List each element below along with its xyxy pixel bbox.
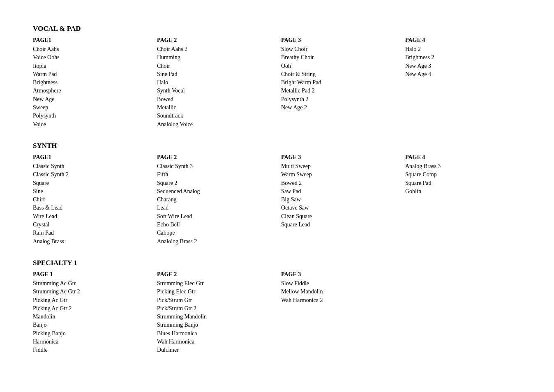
list-item: Brightness 2 <box>405 53 521 62</box>
list-item: New Age 4 <box>405 70 521 78</box>
list-item: Humming <box>157 53 273 62</box>
list-item: Mandolin <box>33 313 149 321</box>
list-item: Rain Pad <box>33 229 149 237</box>
list-item: Choir <box>157 62 273 70</box>
list-item: Polysynth <box>33 112 149 120</box>
list-item: Caliope <box>157 229 273 237</box>
list-item: Metallic Pad 2 <box>281 87 397 95</box>
list-item: Saw Pad <box>281 187 397 196</box>
list-item: Square Lead <box>281 221 397 229</box>
list-item: Slow Fiddle <box>281 279 397 288</box>
column-vocal-pad-3: PAGE 4Halo 2Brightness 2New Age 3New Age… <box>405 34 521 129</box>
page-label-vocal-pad-3: PAGE 4 <box>405 37 521 44</box>
list-item: Clean Square <box>281 212 397 221</box>
list-item: Polysynth 2 <box>281 95 397 104</box>
list-item: Sweep <box>33 104 149 112</box>
list-item: Picking Ac Gtr <box>33 296 149 304</box>
list-item: Wah Harmonica <box>157 338 273 346</box>
list-item: Sine <box>33 187 149 196</box>
list-item: Octave Saw <box>281 204 397 212</box>
page-label-specialty1-0: PAGE 1 <box>33 271 149 278</box>
list-item: Big Saw <box>281 196 397 204</box>
list-item: Atmosphere <box>33 87 149 95</box>
page-content: VOCAL & PADPAGE1Choir AahsVoice OohsItop… <box>0 0 554 392</box>
list-item: Ooh <box>281 62 397 70</box>
section-vocal-pad: VOCAL & PADPAGE1Choir AahsVoice OohsItop… <box>33 25 521 129</box>
list-item: Metallic <box>157 104 273 112</box>
list-item: Square Pad <box>405 179 521 187</box>
list-item: Sine Pad <box>157 70 273 78</box>
list-item: Voice <box>33 120 149 129</box>
column-specialty1-0: PAGE 1Strumming Ac GtrStrumming Ac Gtr 2… <box>33 268 149 355</box>
list-item: Fifth <box>157 171 273 179</box>
section-grid-specialty1: PAGE 1Strumming Ac GtrStrumming Ac Gtr 2… <box>33 268 521 355</box>
list-item: Strumming Ac Gtr <box>33 279 149 288</box>
list-item: Sequenced Analog <box>157 187 273 196</box>
section-title-vocal-pad: VOCAL & PAD <box>33 25 521 33</box>
list-item: Wire Lead <box>33 212 149 221</box>
list-item: Bowed 2 <box>281 179 397 187</box>
page-label-vocal-pad-0: PAGE1 <box>33 37 149 44</box>
column-vocal-pad-2: PAGE 3Slow ChoirBreathy ChoirOohChoir & … <box>281 34 397 129</box>
column-specialty1-2: PAGE 3Slow FiddleMellow MandolinWah Harm… <box>281 268 397 355</box>
list-item: Halo 2 <box>405 45 521 53</box>
column-synth-0: PAGE1Classic SynthClassic Synth 2SquareS… <box>33 151 149 246</box>
list-item: Breathy Choir <box>281 53 397 62</box>
page-label-synth-0: PAGE1 <box>33 154 149 161</box>
page-label-synth-3: PAGE 4 <box>405 154 521 161</box>
list-item: Strumming Banjo <box>157 321 273 329</box>
column-synth-3: PAGE 4Analog Brass 3Square CompSquare Pa… <box>405 151 521 246</box>
list-item: Synth Vocal <box>157 87 273 95</box>
list-item: Echo Bell <box>157 221 273 229</box>
list-item: Classic Synth 2 <box>33 171 149 179</box>
column-vocal-pad-1: PAGE 2Choir Aahs 2HummingChoirSine PadHa… <box>157 34 273 129</box>
list-item: Soft Wire Lead <box>157 212 273 221</box>
column-synth-1: PAGE 2Classic Synth 3FifthSquare 2Sequen… <box>157 151 273 246</box>
section-synth: SYNTHPAGE1Classic SynthClassic Synth 2Sq… <box>33 142 521 246</box>
page-label-synth-1: PAGE 2 <box>157 154 273 161</box>
section-title-synth: SYNTH <box>33 142 521 150</box>
list-item: Strumming Elec Gtr <box>157 279 273 288</box>
list-item: Picking Ac Gtr 2 <box>33 304 149 313</box>
list-item: Banjo <box>33 321 149 329</box>
list-item: Bowed <box>157 95 273 104</box>
list-item: Pick/Strum Gtr 2 <box>157 304 273 313</box>
list-item: Choir & String <box>281 70 397 78</box>
list-item: Wah Harmonica 2 <box>281 296 397 304</box>
section-grid-synth: PAGE1Classic SynthClassic Synth 2SquareS… <box>33 151 521 246</box>
list-item: Bright Warm Pad <box>281 78 397 87</box>
list-item: Brightness <box>33 78 149 87</box>
list-item: New Age <box>33 95 149 104</box>
list-item: Square <box>33 179 149 187</box>
list-item: Analog Brass <box>33 238 149 246</box>
section-specialty1: SPECIALTY 1PAGE 1Strumming Ac GtrStrummi… <box>33 259 521 355</box>
list-item: New Age 2 <box>281 104 397 112</box>
list-item: Analolog Brass 2 <box>157 238 273 246</box>
list-item: Picking Elec Gtr <box>157 288 273 296</box>
list-item: Square Comp <box>405 171 521 179</box>
section-grid-vocal-pad: PAGE1Choir AahsVoice OohsItopiaWarm PadB… <box>33 34 521 129</box>
footer: Appendice P. 147 <box>0 389 554 392</box>
list-item: Strumming Ac Gtr 2 <box>33 288 149 296</box>
list-item: Itopia <box>33 62 149 70</box>
list-item: Analolog Voice <box>157 120 273 129</box>
list-item: Slow Choir <box>281 45 397 53</box>
list-item: New Age 3 <box>405 62 521 70</box>
column-specialty1-1: PAGE 2Strumming Elec GtrPicking Elec Gtr… <box>157 268 273 355</box>
list-item: Strumming Mandolin <box>157 313 273 321</box>
section-title-specialty1: SPECIALTY 1 <box>33 259 521 267</box>
list-item: Goblin <box>405 187 521 196</box>
list-item: Lead <box>157 204 273 212</box>
list-item: Bass & Lead <box>33 204 149 212</box>
list-item: Classic Synth 3 <box>157 162 273 171</box>
column-vocal-pad-0: PAGE1Choir AahsVoice OohsItopiaWarm PadB… <box>33 34 149 129</box>
page-label-synth-2: PAGE 3 <box>281 154 397 161</box>
list-item: Blues Harmonica <box>157 330 273 338</box>
column-specialty1-3 <box>405 268 521 355</box>
list-item: Multi Sweep <box>281 162 397 171</box>
list-item: Harmonica <box>33 338 149 346</box>
list-item: Chiff <box>33 196 149 204</box>
list-item: Choir Aahs <box>33 45 149 53</box>
list-item: Voice Oohs <box>33 53 149 62</box>
page-label-vocal-pad-1: PAGE 2 <box>157 37 273 44</box>
